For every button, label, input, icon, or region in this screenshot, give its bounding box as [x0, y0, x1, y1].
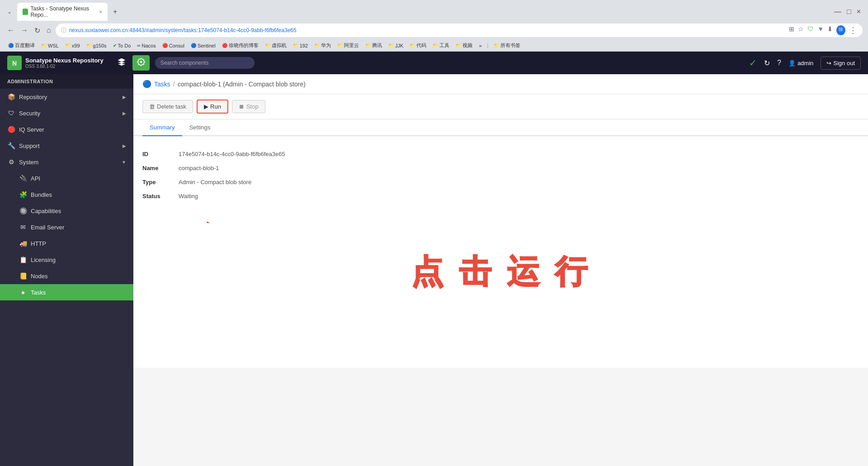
sidebar-item-email-server[interactable]: ✉ Email Server — [0, 219, 133, 235]
extension-arrow-icon[interactable]: ▼ — [817, 25, 824, 35]
browser-menu-icon[interactable]: ⋮ — [849, 25, 857, 35]
email-icon: ✉ — [19, 223, 27, 231]
browser-tab-bar: ⌄ Tasks - Sonatype Nexus Repo... × + — □… — [0, 0, 868, 21]
bookmark-nacos[interactable]: ∞ Nacos — [134, 42, 158, 49]
bookmark-xuxiaowei[interactable]: 🔴 徐晓伟的博客 — [219, 41, 261, 50]
stop-btn[interactable]: ⏹ Stop — [232, 100, 265, 113]
nexus-logo-icon: N — [7, 56, 22, 70]
new-tab-btn[interactable]: + — [109, 6, 121, 18]
bookmark-todo[interactable]: ✔ To Do — [110, 42, 134, 49]
bookmark-icon: ✔ — [113, 43, 117, 48]
run-icon: ▶ — [204, 103, 208, 110]
sidebar-item-licensing[interactable]: 📋 Licensing — [0, 252, 133, 268]
address-box[interactable]: ⓘ nexus.xuxiaowei.com.cn:48443/#admin/sy… — [56, 24, 863, 37]
bookmark-jjk[interactable]: 📁 JJK — [386, 42, 406, 49]
bookmark-wsl[interactable]: 📁 WSL — [38, 42, 61, 49]
window-maximize-btn[interactable]: □ — [847, 8, 851, 16]
user-profile-icon[interactable]: 徐 — [836, 25, 845, 35]
bookmark-icon: 📁 — [410, 43, 415, 48]
chinese-text: 点 击 运 行 — [151, 250, 850, 294]
delete-task-btn[interactable]: 🗑 Delete task — [142, 100, 193, 113]
bookmark-all[interactable]: 📁 所有书签 — [491, 41, 523, 50]
refresh-icon[interactable]: ↻ — [764, 59, 770, 67]
sidebar-item-security[interactable]: 🛡 Security ▶ — [0, 105, 133, 121]
extension-shield-icon[interactable]: 🛡 — [807, 25, 814, 35]
breadcrumb-separator: / — [173, 81, 175, 88]
bookmark-consul[interactable]: 🔴 Consul — [160, 42, 187, 49]
iqserver-icon: 🔴 — [7, 126, 15, 133]
name-value: compact-blob-1 — [179, 165, 219, 171]
sidebar-label-nodes: Nodes — [31, 273, 48, 280]
user-menu[interactable]: 👤 admin — [788, 60, 813, 67]
header-icon-group — [113, 55, 150, 71]
sidebar-item-bundles[interactable]: 🧩 Bundles — [0, 186, 133, 203]
detail-row-status: Status Waiting — [142, 189, 859, 203]
forward-btn[interactable]: → — [19, 24, 30, 36]
bookmark-more[interactable]: » — [476, 42, 484, 49]
bookmark-vm[interactable]: 📁 虚拟机 — [262, 41, 289, 50]
bookmark-code[interactable]: 📁 代码 — [407, 41, 429, 50]
tab-overflow-btn[interactable]: ⌄ — [4, 7, 15, 17]
bookmark-label: 百度翻译 — [15, 42, 35, 49]
home-btn[interactable]: ⌂ — [45, 24, 53, 36]
capabilities-icon: 🔘 — [19, 207, 27, 214]
type-value: Admin - Compact blob store — [179, 179, 251, 185]
translate-icon[interactable]: ⊞ — [789, 25, 794, 35]
run-label: Run — [210, 103, 221, 110]
package-icon-btn[interactable] — [113, 55, 131, 71]
settings-icon-btn[interactable] — [132, 55, 150, 71]
sidebar-item-capabilities[interactable]: 🔘 Capabilities — [0, 203, 133, 219]
bookmark-huawei[interactable]: 📁 华为 — [311, 41, 334, 50]
bookmark-icon: 🔵 — [191, 43, 196, 48]
sidebar-label-bundles: Bundles — [31, 191, 52, 198]
bookmark-192[interactable]: 📁 192 — [290, 42, 311, 49]
tab-settings[interactable]: Settings — [182, 119, 218, 136]
annotation-area: 点 击 运 行 — [133, 214, 868, 359]
sidebar-item-repository[interactable]: 📦 Repository ▶ — [0, 89, 133, 105]
bookmark-sentinel[interactable]: 🔵 Sentinel — [188, 42, 218, 49]
sidebar-item-api[interactable]: 🔌 API — [0, 170, 133, 186]
bookmark-icon: 🔵 — [8, 43, 14, 48]
sidebar-item-support[interactable]: 🔧 Support ▶ — [0, 138, 133, 154]
extension-download-icon[interactable]: ⬇ — [827, 25, 833, 35]
nodes-icon: 📒 — [19, 272, 27, 280]
sidebar-item-system[interactable]: ⚙ System ▼ — [0, 154, 133, 170]
sidebar-label-tasks: Tasks — [31, 289, 46, 296]
type-label: Type — [142, 179, 179, 185]
bookmark-star-icon[interactable]: ☆ — [798, 25, 804, 35]
bookmark-tools[interactable]: 📁 工具 — [430, 41, 452, 50]
sidebar-item-nodes[interactable]: 📒 Nodes — [0, 268, 133, 284]
browser-tab[interactable]: Tasks - Sonatype Nexus Repo... × — [17, 3, 108, 21]
back-btn[interactable]: ← — [5, 24, 16, 36]
bookmark-label: Consul — [169, 43, 184, 48]
search-box[interactable] — [155, 57, 255, 69]
bookmark-tencent[interactable]: 📁 腾讯 — [363, 41, 385, 50]
bookmark-icon: 📁 — [494, 43, 499, 48]
bookmark-g150s[interactable]: 📁 g150s — [84, 42, 109, 49]
search-input[interactable] — [155, 57, 255, 69]
tab-favicon — [23, 9, 28, 15]
bookmark-video[interactable]: 📁 视频 — [453, 41, 475, 50]
tab-close-btn[interactable]: × — [99, 9, 102, 14]
reload-btn[interactable]: ↻ — [33, 24, 42, 37]
sidebar-item-http[interactable]: 🚚 HTTP — [0, 235, 133, 252]
bookmark-aliyun[interactable]: 📁 阿里云 — [335, 41, 362, 50]
breadcrumb-parent-link[interactable]: Tasks — [154, 81, 170, 88]
bookmark-label: g150s — [93, 43, 107, 48]
bookmark-x99[interactable]: 📁 x99 — [62, 42, 83, 49]
sidebar-item-iq-server[interactable]: 🔴 IQ Server — [0, 121, 133, 138]
run-btn[interactable]: ▶ Run — [197, 100, 228, 114]
bookmark-baidu-translate[interactable]: 🔵 百度翻译 — [5, 41, 38, 50]
window-minimize-btn[interactable]: — — [834, 8, 841, 16]
signout-btn[interactable]: ↪ Sign out — [821, 57, 861, 70]
id-label: ID — [142, 151, 179, 157]
task-detail: ID 174e5074-b14c-4cc0-9abb-f6fb6fea3e65 … — [133, 136, 868, 214]
tab-settings-label: Settings — [189, 124, 211, 131]
bookmark-label: Nacos — [142, 43, 156, 48]
main-layout: Administration 📦 Repository ▶ 🛡 Security… — [0, 74, 868, 466]
sidebar-item-tasks[interactable]: ● Tasks — [0, 284, 133, 300]
tab-summary[interactable]: Summary — [142, 119, 182, 136]
help-icon[interactable]: ? — [777, 59, 781, 67]
bookmark-icon: 📁 — [86, 43, 92, 48]
window-close-btn[interactable]: × — [857, 8, 861, 16]
